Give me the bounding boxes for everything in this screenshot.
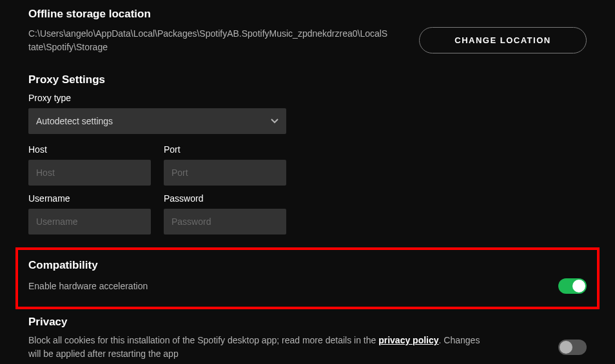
proxy-type-select[interactable]: Autodetect settings — [28, 108, 286, 134]
offline-storage-heading: Offline storage location — [28, 8, 587, 21]
cookies-text-pre: Block all cookies for this installation … — [28, 335, 378, 345]
block-cookies-description: Block all cookies for this installation … — [28, 334, 493, 361]
proxy-password-input[interactable] — [164, 209, 286, 235]
proxy-type-label: Proxy type — [28, 93, 587, 103]
toggle-knob — [560, 341, 572, 354]
proxy-username-input[interactable] — [28, 209, 151, 235]
change-location-button[interactable]: CHANGE LOCATION — [419, 27, 587, 53]
compatibility-heading: Compatibility — [28, 259, 587, 272]
proxy-port-input[interactable] — [164, 160, 286, 186]
hardware-accel-label: Enable hardware acceleration — [28, 280, 148, 293]
privacy-heading: Privacy — [28, 316, 587, 329]
proxy-username-label: Username — [28, 193, 151, 204]
toggle-knob — [572, 280, 585, 292]
hardware-accel-toggle[interactable] — [558, 278, 587, 294]
privacy-policy-link[interactable]: privacy policy — [378, 335, 438, 345]
proxy-password-label: Password — [164, 193, 286, 204]
compatibility-highlight: Compatibility Enable hardware accelerati… — [15, 247, 600, 309]
block-cookies-toggle[interactable] — [558, 340, 587, 355]
proxy-settings-heading: Proxy Settings — [28, 73, 587, 86]
proxy-port-label: Port — [164, 144, 286, 155]
offline-storage-path: C:\Users\angelo\AppData\Local\Packages\S… — [28, 27, 389, 54]
proxy-host-label: Host — [28, 144, 151, 155]
proxy-host-input[interactable] — [28, 160, 151, 186]
